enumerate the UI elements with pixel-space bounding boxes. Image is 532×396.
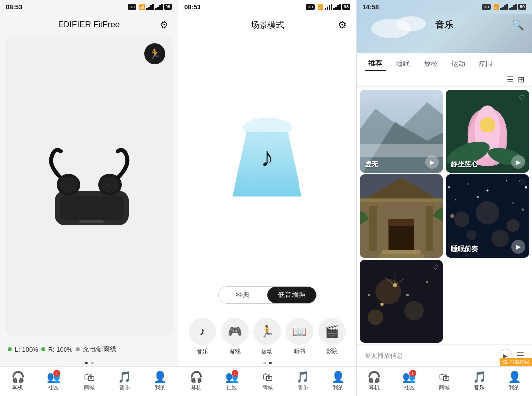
- tab-label-earphone-3: 耳机: [369, 384, 380, 391]
- toggle-classic[interactable]: 经典: [219, 287, 267, 303]
- signal-3: [325, 4, 332, 10]
- tab-relax[interactable]: 放松: [420, 58, 441, 70]
- battery-1: 98: [164, 4, 172, 10]
- gear-icon-1[interactable]: ⚙: [158, 19, 170, 31]
- tab-earphone-2[interactable]: 🎧 耳机: [178, 367, 214, 396]
- case-dot: [76, 347, 80, 351]
- tab-music-2[interactable]: 🎵 音乐: [285, 367, 321, 396]
- play-btn-wuwei[interactable]: ▶: [425, 155, 439, 169]
- svg-rect-29: [379, 254, 424, 258]
- svg-point-31: [448, 186, 450, 188]
- scene-cinema-label: 影院: [326, 347, 338, 356]
- profile-icon-1: 👤: [153, 372, 166, 383]
- search-icon[interactable]: 🔍: [512, 19, 524, 31]
- tab-label-earphone-2: 耳机: [191, 384, 201, 391]
- tab-community-3[interactable]: ! 👥 社区: [392, 367, 427, 396]
- music-card-sparkle[interactable]: ♡: [360, 260, 443, 343]
- music-header: 音乐 🔍: [357, 14, 532, 35]
- scene-visual: ♪: [178, 35, 356, 278]
- tab-shop-3[interactable]: 🛍 商城: [427, 367, 462, 396]
- hd-badge-1: HD: [128, 4, 136, 10]
- svg-point-32: [467, 184, 469, 185]
- toggle-bass[interactable]: 低音增强: [267, 287, 316, 303]
- bottom-tabs-3: 🎧 耳机 ! 👥 社区 🛍 商城 🎵 音乐 👤 我的: [357, 366, 532, 396]
- tab-community-1[interactable]: ! 👥 社区: [35, 367, 71, 396]
- svg-point-40: [476, 201, 499, 225]
- scene-cinema[interactable]: 🎬 影院: [318, 318, 346, 356]
- status-bar-3: 14:58 HD 📶 80: [357, 0, 532, 14]
- svg-rect-25: [426, 206, 433, 251]
- case-status: 充电盒:离线: [83, 345, 117, 354]
- no-play-info: 暂无播放信息: [365, 351, 495, 360]
- music-card-temple[interactable]: [360, 174, 443, 258]
- tab-profile-3[interactable]: 👤 我的: [497, 367, 532, 396]
- svg-point-52: [380, 302, 384, 306]
- tab-label-shop-2: 商城: [262, 384, 273, 391]
- wifi-icon-2: 📶: [317, 4, 323, 10]
- heart-icon-sparkle[interactable]: ♡: [432, 264, 439, 271]
- wifi-icon-3: 📶: [493, 4, 499, 10]
- heart-icon-sleep[interactable]: ♡: [519, 178, 525, 186]
- scene-sport[interactable]: 🏃 运动: [253, 318, 281, 356]
- tab-music-3[interactable]: 🎵 音乐: [462, 367, 497, 396]
- tab-shop-1[interactable]: 🛍 商城: [71, 367, 106, 396]
- tab-music-1[interactable]: 🎵 音乐: [107, 367, 142, 396]
- grid-view-icon[interactable]: ⊞: [518, 75, 524, 84]
- heart-icon-wuwei[interactable]: ♡: [432, 94, 439, 101]
- list-filter-icon[interactable]: ☰: [507, 75, 514, 84]
- svg-point-49: [368, 309, 383, 325]
- tab-earphone-3[interactable]: 🎧 耳机: [357, 367, 392, 396]
- card-label-sleep: 睡眠前奏: [451, 245, 478, 254]
- status-icons-2: HD 📶 98: [306, 4, 350, 10]
- hd-badge-3: HD: [482, 4, 491, 10]
- device-image-area: 🏃 ≡ ≡: [5, 35, 173, 336]
- tab-label-profile-2: 我的: [333, 384, 344, 391]
- tab-sleep[interactable]: 睡眠: [392, 58, 414, 70]
- signal-2: [155, 4, 163, 10]
- card-label-lotus: 静坐莲心: [451, 160, 478, 169]
- scene-music[interactable]: ♪ 音乐: [189, 318, 216, 356]
- scene-icons-row: ♪ 音乐 🎮 游戏 🏃 运动 📖 听书 🎬 影院: [178, 312, 356, 359]
- music-card-sleep[interactable]: ♡ 睡眠前奏 ▶: [446, 174, 529, 258]
- svg-rect-2: [79, 220, 104, 223]
- tab-shop-2[interactable]: 🛍 商城: [249, 367, 285, 396]
- hd-badge-2: HD: [306, 4, 315, 10]
- sport-icon: 🏃: [144, 43, 165, 64]
- panel-scene: 08:53 HD 📶 98 场景模式 ⚙ ♪ 经典 低音增强: [178, 0, 357, 396]
- heart-icon-lotus[interactable]: ♡: [519, 94, 525, 101]
- gear-icon-2[interactable]: ⚙: [336, 19, 348, 31]
- scene-music-circle: ♪: [189, 318, 216, 345]
- shop-icon-3: 🛍: [439, 372, 450, 383]
- music-card-wuwei[interactable]: ♡ 虚无 ▶: [360, 90, 443, 173]
- scene-book[interactable]: 📖 听书: [286, 318, 313, 356]
- shop-icon-2: 🛍: [262, 372, 273, 383]
- svg-rect-46: [360, 260, 443, 343]
- tab-sport[interactable]: 运动: [447, 58, 469, 70]
- svg-rect-1: [60, 196, 124, 220]
- tab-label-music-3: 音乐: [474, 384, 485, 391]
- panel-edifier: 08:53 HD 📶 98 EDIFIER FitFree ⚙ 🏃: [0, 0, 178, 396]
- svg-rect-24: [369, 206, 377, 251]
- tab-label-music-1: 音乐: [119, 384, 130, 391]
- svg-point-43: [491, 230, 509, 247]
- tab-earphone-1[interactable]: 🎧 耳机: [0, 367, 35, 396]
- tab-community-2[interactable]: ! 👥 社区: [214, 367, 249, 396]
- tab-label-community-2: 社区: [226, 384, 237, 391]
- tab-label-community-3: 社区: [404, 384, 415, 391]
- tab-recommend[interactable]: 推荐: [365, 57, 386, 71]
- svg-text:≡: ≡: [64, 182, 67, 188]
- scene-game[interactable]: 🎮 游戏: [221, 318, 249, 356]
- svg-rect-23: [360, 199, 443, 203]
- tab-profile-2[interactable]: 👤 我的: [321, 367, 356, 396]
- time-1: 08:53: [6, 3, 22, 11]
- scene-book-circle: 📖: [286, 318, 313, 345]
- scene-cinema-circle: 🎬: [318, 318, 346, 345]
- music-card-lotus[interactable]: ♡ 静坐莲心 ▶: [446, 90, 529, 173]
- svg-point-17: [480, 117, 495, 132]
- earphone-icon-3: 🎧: [367, 372, 381, 383]
- play-btn-lotus[interactable]: ▶: [511, 155, 525, 169]
- tab-ambient[interactable]: 氛围: [475, 58, 497, 70]
- right-battery: R: 100%: [48, 346, 73, 353]
- svg-point-6: [101, 177, 119, 193]
- tab-profile-1[interactable]: 👤 我的: [142, 367, 178, 396]
